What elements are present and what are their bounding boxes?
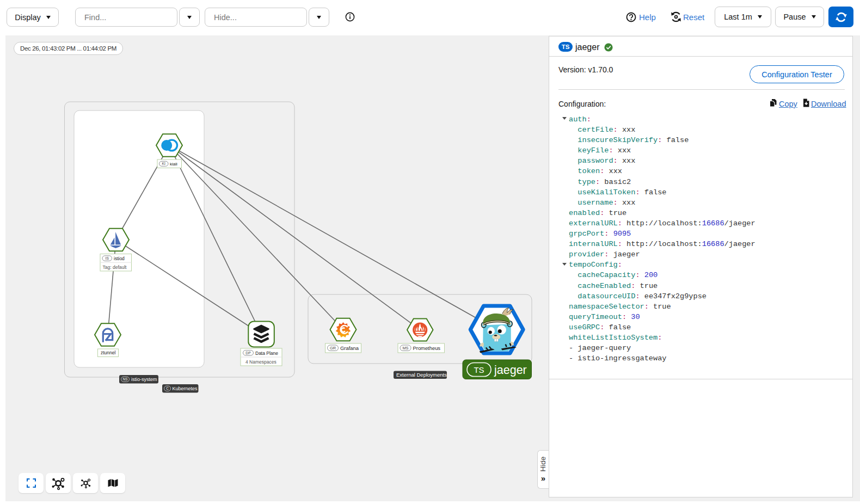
svg-text:External Deployments: External Deployments [396,372,447,378]
svg-text:4 Namespaces: 4 Namespaces [245,359,277,365]
svg-text:kiali: kiali [170,162,177,167]
svg-text:NS: NS [123,377,128,381]
svg-text:GR: GR [330,346,336,351]
svg-text:istiod: istiod [114,256,125,261]
svg-text:jaeger: jaeger [494,364,527,377]
svg-text:TS: TS [474,365,484,374]
svg-text:ztunnel: ztunnel [101,350,116,355]
svg-text:DP: DP [245,351,251,355]
svg-text:KI: KI [162,162,166,165]
svg-text:MS: MS [402,346,408,351]
svg-text:Data Plane: Data Plane [255,351,278,356]
svg-text:Prometheus: Prometheus [413,345,441,351]
svg-text:Grafana: Grafana [340,345,359,351]
svg-text:C: C [166,386,169,390]
svg-text:IS: IS [106,256,109,260]
svg-text:Kubernetes: Kubernetes [173,386,198,391]
svg-text:istio-system: istio-system [131,377,157,382]
svg-text:Tag: default: Tag: default [103,265,127,270]
